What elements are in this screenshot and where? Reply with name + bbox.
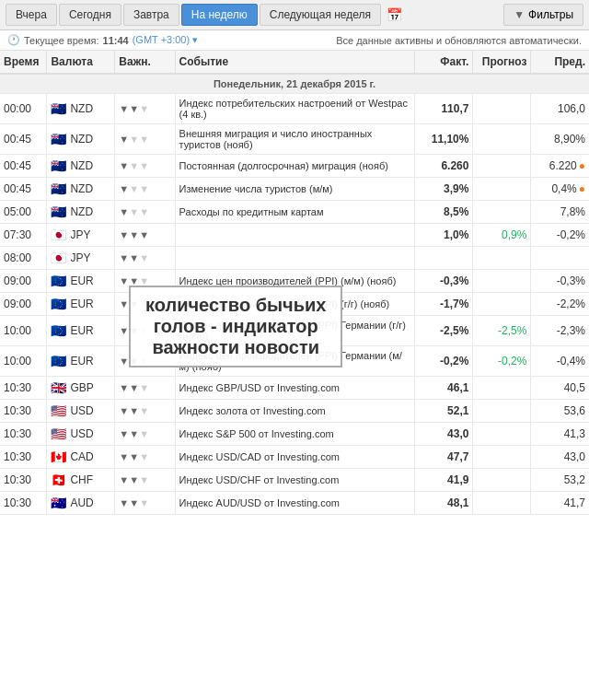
flag-icon: 🇯🇵 (51, 251, 66, 265)
cell-forecast (473, 446, 531, 469)
currency-label: NZD (70, 205, 93, 218)
cell-actual: 1,0% (415, 224, 473, 247)
cell-event: Индекс AUD/USD от Investing.com (175, 492, 415, 515)
table-row[interactable]: 09:00🇪🇺EUR▼▼▼Индекс цен производителей (… (0, 293, 589, 316)
filter-label: Фильтры (528, 8, 573, 21)
cell-time: 10:30 (0, 377, 47, 400)
cell-prev: 106,0 (531, 94, 589, 124)
cell-time: 10:30 (0, 469, 47, 492)
flag-icon: 🇳🇿 (51, 132, 66, 146)
cell-actual: 11,10% (415, 124, 473, 155)
table-row[interactable]: 05:00🇳🇿NZD▼▼▼Расходы по кредитным картам… (0, 201, 589, 224)
col-header-importance: Важн. (115, 51, 175, 74)
currency-label: NZD (70, 102, 93, 115)
cell-prev: 53,6 (531, 400, 589, 423)
cell-importance: ▼▼▼ (115, 346, 175, 377)
col-header-currency: Валюта (47, 51, 115, 74)
time-info: 🕐 Текущее время: 11:44 (GMT +3:00) ▾ (7, 34, 198, 46)
cell-prev: 41,7 (531, 492, 589, 515)
cell-event: Изменение числа туристов (м/м) (175, 178, 415, 201)
cell-currency: 🇪🇺EUR (47, 316, 115, 346)
table-row[interactable]: 10:30🇦🇺AUD▼▼▼Индекс AUD/USD от Investing… (0, 492, 589, 515)
importance-bulls: ▼▼▼ (119, 183, 149, 194)
table-row[interactable]: 10:30🇨🇭CHF▼▼▼Индекс USD/CHF от Investing… (0, 469, 589, 492)
table-row[interactable]: 09:00🇪🇺EUR▼▼▼Индекс цен производителей (… (0, 270, 589, 293)
table-row[interactable]: 10:30🇺🇸USD▼▼▼Индекс золота от Investing.… (0, 400, 589, 423)
cell-time: 10:30 (0, 423, 47, 446)
cell-prev: -2,3% (531, 316, 589, 346)
cell-time: 10:30 (0, 446, 47, 469)
cell-time: 10:30 (0, 400, 47, 423)
cell-time: 08:00 (0, 247, 47, 270)
cell-forecast (473, 247, 531, 270)
cell-currency: 🇪🇺EUR (47, 346, 115, 377)
cell-currency: 🇯🇵JPY (47, 247, 115, 270)
cell-currency: 🇺🇸USD (47, 400, 115, 423)
cell-forecast (473, 270, 531, 293)
date-label: Понедельник, 21 декабря 2015 г. (0, 74, 589, 94)
currency-label: CHF (70, 473, 93, 486)
status-bar: 🕐 Текущее время: 11:44 (GMT +3:00) ▾ Все… (0, 30, 589, 51)
cell-actual: 8,5% (415, 201, 473, 224)
flag-icon: 🇳🇿 (51, 204, 66, 219)
cell-event: Индекс золота от Investing.com (175, 400, 415, 423)
gmt-info[interactable]: (GMT +3:00) ▾ (133, 34, 199, 46)
importance-bulls: ▼▼▼ (119, 298, 149, 309)
cell-currency: 🇳🇿NZD (47, 94, 115, 124)
table-row[interactable]: 00:45🇳🇿NZD▼▼▼Внешняя миграция и число ин… (0, 124, 589, 155)
table-row[interactable]: 08:00🇯🇵JPY▼▼▼ (0, 247, 589, 270)
cell-actual: 6.260 (415, 155, 473, 178)
table-row[interactable]: 10:30🇺🇸USD▼▼▼Индекс S&P 500 от Investing… (0, 423, 589, 446)
table-row[interactable]: 00:00🇳🇿NZD▼▼▼Индекс потребительских наст… (0, 94, 589, 124)
currency-label: USD (70, 404, 93, 417)
flag-icon: 🇪🇺 (51, 274, 66, 288)
cell-forecast (473, 400, 531, 423)
clock-icon: 🕐 (7, 34, 20, 46)
tab-yesterday[interactable]: Вчера (6, 4, 57, 26)
cell-importance: ▼▼▼ (115, 224, 175, 247)
col-header-forecast: Прогноз (473, 51, 531, 74)
cell-importance: ▼▼▼ (115, 492, 175, 515)
cell-actual: 43,0 (415, 423, 473, 446)
importance-bulls: ▼▼▼ (119, 497, 149, 508)
importance-bulls: ▼▼▼ (119, 356, 149, 367)
table-row[interactable]: 07:30🇯🇵JPY▼▼▼1,0%0,9%-0,2% (0, 224, 589, 247)
cell-forecast (473, 492, 531, 515)
table-row[interactable]: 00:45🇳🇿NZD▼▼▼Изменение числа туристов (м… (0, 178, 589, 201)
cell-time: 10:30 (0, 492, 47, 515)
filter-button[interactable]: ▼ Фильтры (503, 4, 583, 26)
calendar-icon[interactable]: 📅 (387, 7, 402, 22)
cell-importance: ▼▼▼ (115, 94, 175, 124)
cell-currency: 🇳🇿NZD (47, 124, 115, 155)
importance-bulls: ▼▼▼ (119, 451, 149, 462)
importance-bulls: ▼▼▼ (119, 134, 149, 145)
cell-time: 00:45 (0, 155, 47, 178)
cell-currency: 🇳🇿NZD (47, 178, 115, 201)
cell-time: 10:00 (0, 346, 47, 377)
cell-forecast: 0,9% (473, 224, 531, 247)
cell-currency: 🇳🇿NZD (47, 155, 115, 178)
tab-today[interactable]: Сегодня (59, 4, 121, 26)
cell-currency: 🇳🇿NZD (47, 201, 115, 224)
cell-importance: ▼▼▼ (115, 377, 175, 400)
currency-label: GBP (70, 381, 93, 394)
tab-tomorrow[interactable]: Завтра (123, 4, 179, 26)
cell-importance: ▼▼▼ (115, 400, 175, 423)
table-row[interactable]: 10:00🇪🇺EUR▼▼▼Индекс цен производителей (… (0, 316, 589, 346)
table-row[interactable]: 10:00🇪🇺EUR▼▼▼Индекс цен производителей (… (0, 346, 589, 377)
flag-icon: 🇯🇵 (51, 228, 66, 242)
cell-currency: 🇬🇧GBP (47, 377, 115, 400)
cell-currency: 🇺🇸USD (47, 423, 115, 446)
importance-bulls: ▼▼▼ (119, 325, 149, 336)
tab-week[interactable]: На неделю (181, 4, 258, 26)
tab-next-week[interactable]: Следующая неделя (260, 4, 381, 26)
table-row[interactable]: 10:30🇨🇦CAD▼▼▼Индекс USD/CAD от Investing… (0, 446, 589, 469)
table-row[interactable]: 00:45🇳🇿NZD▼▼▼Постоянная (долгосрочная) м… (0, 155, 589, 178)
cell-prev: 43,0 (531, 446, 589, 469)
cell-forecast (473, 469, 531, 492)
cell-prev: 53,2 (531, 469, 589, 492)
flag-icon: 🇳🇿 (51, 158, 66, 173)
cell-event: Индекс USD/CAD от Investing.com (175, 446, 415, 469)
importance-bulls: ▼▼▼ (119, 275, 149, 286)
table-row[interactable]: 10:30🇬🇧GBP▼▼▼Индекс GBP/USD от Investing… (0, 377, 589, 400)
